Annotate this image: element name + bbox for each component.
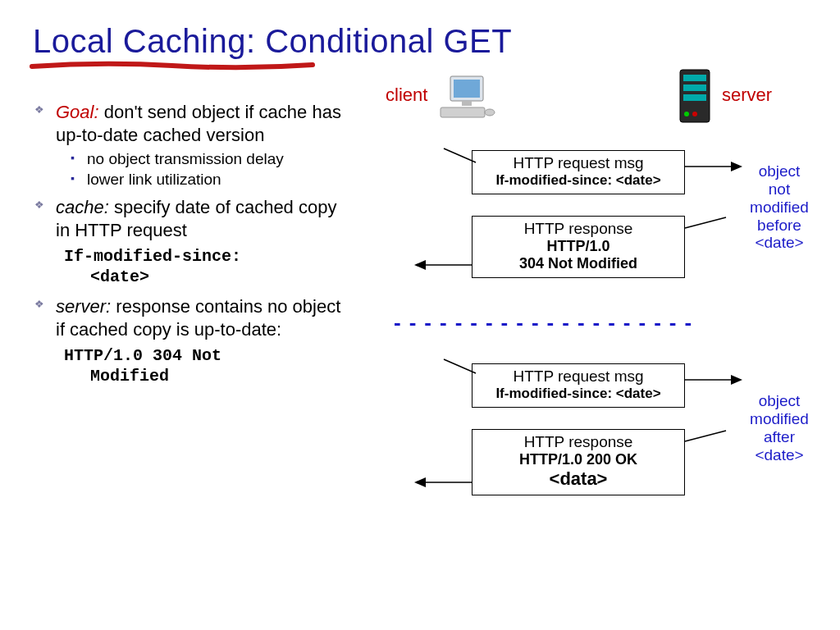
svg-rect-1 xyxy=(454,80,480,98)
req1-line1: HTTP request msg xyxy=(481,154,676,172)
arrow-req2-in xyxy=(439,357,476,377)
svg-marker-12 xyxy=(731,162,742,171)
arrow-resp1-in xyxy=(685,216,730,232)
svg-line-13 xyxy=(444,148,476,162)
goal-sub1: no object transmission delay xyxy=(71,149,353,170)
bullet-goal: Goal: don't send object if cache has up-… xyxy=(33,101,353,189)
svg-rect-7 xyxy=(683,84,706,91)
page-title: Local Caching: Conditional GET xyxy=(33,23,807,60)
goal-label: Goal: xyxy=(56,102,99,122)
goal-sub2: lower link utilization xyxy=(71,170,353,190)
svg-point-10 xyxy=(692,112,697,116)
svg-rect-3 xyxy=(441,107,485,117)
svg-point-9 xyxy=(684,112,689,116)
req2-line2: If-modified-since: <date> xyxy=(481,386,676,402)
response-box-1: HTTP response HTTP/1.0 304 Not Modified xyxy=(472,216,685,278)
svg-line-19 xyxy=(444,359,476,373)
server-label: server: xyxy=(56,296,111,317)
divider-dashes: -------------------- xyxy=(394,310,700,336)
server-icon xyxy=(677,68,714,126)
resp2-line2: HTTP/1.0 200 OK xyxy=(481,451,676,468)
svg-line-16 xyxy=(685,217,726,228)
note-not-modified: objectnotmodifiedbefore<date> xyxy=(746,162,812,252)
arrow-req2-out xyxy=(685,372,742,388)
req2-line1: HTTP request msg xyxy=(481,368,676,386)
server-code: HTTP/1.0 304 NotModified xyxy=(64,345,353,386)
arrow-req1-in xyxy=(439,146,476,167)
svg-line-22 xyxy=(685,431,726,441)
svg-point-4 xyxy=(485,109,495,116)
diagram-area: client server HTTP request msg If-modifi… xyxy=(361,101,807,395)
server-label: server xyxy=(722,84,772,106)
response-box-2: HTTP response HTTP/1.0 200 OK <data> xyxy=(472,429,685,495)
title-underline xyxy=(29,61,316,72)
goal-text: don't send object if cache has up-to-dat… xyxy=(56,102,341,145)
bullet-column: Goal: don't send object if cache has up-… xyxy=(33,101,361,395)
svg-marker-18 xyxy=(731,375,742,385)
request-box-2: HTTP request msg If-modified-since: <dat… xyxy=(472,363,685,408)
client-label: client xyxy=(386,84,427,106)
resp1-line3: 304 Not Modified xyxy=(481,255,676,272)
svg-marker-15 xyxy=(414,260,426,270)
client-icon xyxy=(439,75,496,120)
arrow-req1-out xyxy=(685,158,742,175)
resp2-line3: <data> xyxy=(481,468,676,490)
resp1-line1: HTTP response xyxy=(481,220,676,238)
resp2-line1: HTTP response xyxy=(481,433,676,451)
arrow-resp2-in xyxy=(685,429,730,445)
arrow-resp2-out xyxy=(414,474,472,491)
svg-marker-21 xyxy=(414,477,426,487)
svg-rect-8 xyxy=(683,94,706,101)
request-box-1: HTTP request msg If-modified-since: <dat… xyxy=(472,150,685,194)
svg-rect-6 xyxy=(683,75,706,81)
bullet-cache: cache: specify date of cached copy in HT… xyxy=(33,196,353,241)
arrow-resp1-out xyxy=(414,257,472,273)
resp1-line2: HTTP/1.0 xyxy=(481,238,676,255)
bullet-server: server: response contains no object if c… xyxy=(33,295,353,340)
note-modified: objectmodifiedafter<date> xyxy=(746,392,812,463)
req1-line2: If-modified-since: <date> xyxy=(481,172,676,189)
cache-label: cache: xyxy=(56,197,109,217)
cache-code: If-modified-since:<date> xyxy=(64,246,353,287)
svg-rect-2 xyxy=(462,101,472,106)
